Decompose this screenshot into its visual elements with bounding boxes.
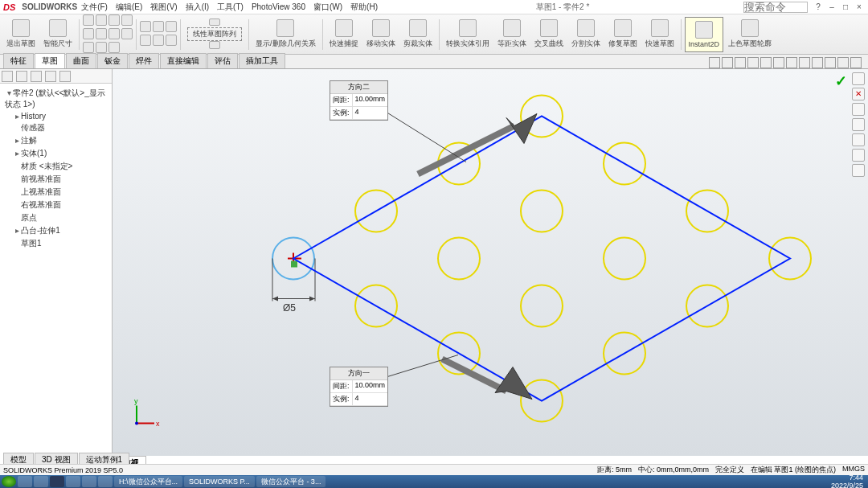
tab-surface[interactable]: 曲面: [66, 53, 96, 68]
tree-sketch[interactable]: 草图1: [2, 237, 110, 250]
trim-button[interactable]: 剪裁实体: [400, 17, 436, 52]
tab-weld[interactable]: 焊件: [129, 53, 159, 68]
view-icon[interactable]: [850, 57, 862, 68]
offset-button[interactable]: 等距实体: [494, 17, 530, 52]
view-icon[interactable]: [735, 57, 746, 68]
view-icon[interactable]: [812, 57, 823, 68]
view-icon[interactable]: [773, 57, 784, 68]
tree-annotations[interactable]: ▸注解: [2, 134, 110, 147]
tab-addins[interactable]: 插加工具: [239, 53, 285, 68]
tree-history[interactable]: ▸History: [2, 111, 110, 121]
tree-tab-icon[interactable]: [31, 71, 42, 82]
menu-view[interactable]: 视图(V): [146, 2, 181, 13]
view-icon[interactable]: [747, 57, 759, 68]
menu-help[interactable]: 帮助(H): [346, 2, 382, 13]
clock[interactable]: 7:442022/9/25: [831, 474, 866, 488]
menu-tools[interactable]: 工具(T): [213, 2, 248, 13]
tab-sheetmetal[interactable]: 钣金: [97, 53, 128, 68]
circle-icon[interactable]: [108, 14, 120, 26]
tree-root[interactable]: ▾零件2 (默认<<默认>_显示状态 1>): [2, 87, 110, 111]
taskpane-icon[interactable]: [852, 103, 865, 116]
menu-photoview[interactable]: PhotoView 360: [248, 2, 309, 11]
graphics-area[interactable]: x y Ø5 方向二 间距:10.00mm 实例:4 方向一 间距:10.00m…: [113, 69, 868, 456]
taskbar-app[interactable]: SOLIDWORKS P...: [184, 476, 255, 487]
tree-origin[interactable]: 原点: [2, 211, 110, 224]
poly-icon[interactable]: [121, 28, 133, 39]
arc-icon[interactable]: [96, 14, 107, 26]
view-icon[interactable]: [837, 57, 849, 68]
taskbar-app[interactable]: 微信公众平台 - 3...: [256, 476, 326, 487]
taskbar-icon[interactable]: [50, 476, 64, 487]
tree-sensors[interactable]: 传感器: [2, 121, 110, 134]
taskbar-icon[interactable]: [18, 476, 32, 487]
menu-file[interactable]: 文件(F): [77, 2, 112, 13]
tab-direct[interactable]: 直接编辑: [160, 53, 207, 68]
tree-tab-icon[interactable]: [2, 71, 13, 82]
taskpane-icon[interactable]: [852, 149, 865, 162]
menu-insert[interactable]: 插入(I): [182, 2, 213, 13]
tree-material[interactable]: 材质 <未指定>: [2, 160, 110, 173]
minimize-icon[interactable]: –: [826, 2, 837, 13]
exit-sketch-button[interactable]: 退出草图: [3, 17, 39, 52]
callout-dir2[interactable]: 方向二 间距:10.00mm 实例:4: [330, 80, 388, 121]
taskpane-icon[interactable]: [852, 72, 865, 85]
ellipse-icon[interactable]: [108, 28, 120, 39]
maximize-icon[interactable]: □: [840, 2, 851, 13]
mirror-button[interactable]: 线性草图阵列: [184, 17, 245, 52]
quick-snap-button[interactable]: 快速捕捉: [326, 17, 362, 52]
tree-tab-icon[interactable]: [59, 71, 71, 82]
tab-evaluate[interactable]: 评估: [207, 53, 238, 68]
menu-edit[interactable]: 编辑(E): [112, 2, 146, 13]
taskbar-icon[interactable]: [66, 476, 80, 487]
shaded-contour-button[interactable]: 上色草图轮廓: [725, 17, 775, 52]
callout-dir1[interactable]: 方向一 间距:10.00mm 实例:4: [330, 367, 388, 407]
line-icon[interactable]: [83, 14, 94, 26]
view-icon[interactable]: [760, 57, 772, 68]
text-icon[interactable]: [96, 42, 107, 53]
tree-tab-icon[interactable]: [16, 71, 27, 82]
repair-button[interactable]: 修复草图: [605, 17, 641, 52]
taskbar-icon[interactable]: [82, 476, 96, 487]
instant2d-button[interactable]: Instant2D: [685, 17, 724, 52]
tree-top[interactable]: 上视基准面: [2, 186, 110, 199]
view-icon[interactable]: [799, 57, 810, 68]
taskpane-icon[interactable]: [852, 133, 865, 146]
spline-icon[interactable]: [121, 14, 133, 26]
close-icon[interactable]: ×: [854, 2, 865, 13]
view-icon[interactable]: [786, 57, 797, 68]
confirm-corner-ok[interactable]: ✓: [835, 72, 847, 90]
help-icon[interactable]: ?: [813, 2, 824, 13]
smart-dim-button[interactable]: 智能尺寸: [40, 17, 76, 52]
tab-features[interactable]: 特征: [3, 53, 34, 68]
search-input[interactable]: [743, 2, 808, 13]
convert-button[interactable]: 转换实体引用: [443, 17, 493, 52]
start-button[interactable]: [2, 476, 16, 487]
rect-icon[interactable]: [83, 28, 94, 39]
taskbar-icon[interactable]: [98, 476, 113, 487]
taskpane-icon[interactable]: [852, 118, 865, 131]
tree-extrude[interactable]: ▸凸台-拉伸1: [2, 224, 110, 237]
view-icon[interactable]: [722, 57, 733, 68]
taskbar-app[interactable]: H:\微信公众平台...: [114, 476, 182, 487]
taskbar-icon[interactable]: [34, 476, 48, 487]
geom-relations-button[interactable]: 显示/删除几何关系: [252, 17, 319, 52]
tree-right[interactable]: 右视基准面: [2, 199, 110, 211]
point-icon[interactable]: [83, 42, 94, 53]
tree-front[interactable]: 前视基准面: [2, 173, 110, 186]
taskpane-icon[interactable]: [852, 164, 865, 177]
intersect-button[interactable]: 交叉曲线: [531, 17, 567, 52]
fillet-icon[interactable]: [108, 42, 120, 53]
move-button[interactable]: 移动实体: [363, 17, 399, 52]
rapid-button[interactable]: 快速草图: [642, 17, 678, 52]
tree-solidbodies[interactable]: ▸实体(1): [2, 147, 110, 160]
menu-window[interactable]: 窗口(W): [309, 2, 346, 13]
split-button[interactable]: 分割实体: [568, 17, 604, 52]
view-icon[interactable]: [825, 57, 836, 68]
slot-icon[interactable]: [96, 28, 107, 39]
taskpane-icon[interactable]: ✕: [852, 88, 865, 100]
view-icon[interactable]: [709, 57, 720, 68]
tab-sketch[interactable]: 草图: [35, 53, 65, 68]
linear-pattern-dropdown[interactable]: 线性草图阵列: [187, 27, 242, 41]
dimension-label[interactable]: Ø5: [283, 302, 296, 314]
tree-tab-icon[interactable]: [45, 71, 56, 82]
